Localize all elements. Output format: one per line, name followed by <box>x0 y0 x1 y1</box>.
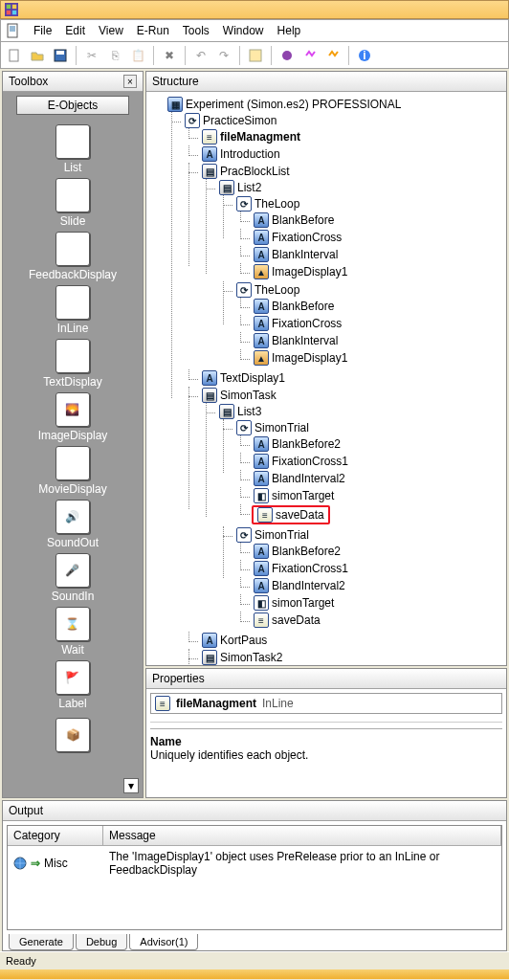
output-col-category[interactable]: Category <box>8 826 103 845</box>
menu-erun[interactable]: E-Run <box>131 22 175 39</box>
text-icon: A <box>254 471 269 486</box>
property-type: InLine <box>262 697 294 710</box>
tree-node: ▤List2 <box>217 180 263 195</box>
menu-tools[interactable]: Tools <box>177 22 215 39</box>
tool-soundout[interactable]: 🔊SoundOut <box>29 500 117 549</box>
output-panel: Output Category Message ⇒Misc The 'Image… <box>2 800 507 951</box>
tool-feedback[interactable]: ✔FeedbackDisplay <box>29 232 117 281</box>
tree-node: ◧simonTarget <box>252 488 336 503</box>
redo-button[interactable]: ↷ <box>214 46 233 65</box>
label-icon: 🚩 <box>55 660 90 695</box>
tree-node: AKortPaus <box>200 633 269 648</box>
save-button[interactable] <box>51 46 70 65</box>
script-button[interactable] <box>246 46 265 65</box>
list-icon: ▤ <box>219 404 234 419</box>
wait-icon: ⌛ <box>55 607 90 641</box>
text-icon: A <box>254 333 269 348</box>
scroll-down-button[interactable]: ▾ <box>123 778 139 793</box>
taskbar <box>0 969 509 979</box>
structure-tree[interactable]: ▦Experiment (Simon.es2) PROFESSIONAL ⟳Pr… <box>146 92 506 665</box>
svg-rect-4 <box>12 11 16 14</box>
eobjects-button[interactable]: E-Objects <box>16 96 130 115</box>
tool-text[interactable]: ABCTextDisplay <box>29 339 117 389</box>
movie-icon: 🎞 <box>55 446 90 480</box>
delete-button[interactable]: ✖ <box>160 46 179 65</box>
experiment-icon: ▦ <box>167 97 183 112</box>
tree-node: AFixationCross1 <box>252 454 350 469</box>
procedure-icon: ⟳ <box>236 420 252 435</box>
svg-rect-1 <box>7 5 11 9</box>
svg-rect-2 <box>12 5 16 9</box>
toolbox-panel: Toolbox × E-Objects ▤ListAᵇSlide✔Feedbac… <box>2 71 144 798</box>
inline-icon: ≡ <box>155 696 170 711</box>
soundout-icon: 🔊 <box>55 500 90 534</box>
tab-generate[interactable]: Generate <box>9 934 74 950</box>
inline-icon: ≡ <box>55 285 90 320</box>
tool-slide[interactable]: AᵇSlide <box>29 178 117 228</box>
tree-node: ▤SimonTask2 <box>200 650 284 665</box>
list-icon: ▤ <box>219 180 234 195</box>
tree-node: ⟳TheLoop <box>234 282 301 298</box>
run-button[interactable] <box>300 46 320 65</box>
tree-node: AFixationCross <box>252 316 343 331</box>
text-icon: A <box>254 212 269 228</box>
output-col-message[interactable]: Message <box>103 826 501 845</box>
paste-button[interactable]: 📋 <box>128 46 147 65</box>
image-icon: ▲ <box>254 264 269 279</box>
text-icon: A <box>254 436 269 452</box>
tree-node: ▲ImageDisplay1 <box>252 264 349 279</box>
open-button[interactable] <box>28 46 47 65</box>
procedure-icon: ⟳ <box>236 282 252 298</box>
output-header: Output <box>3 801 506 821</box>
generate-button[interactable] <box>277 46 297 65</box>
tool-list[interactable]: ▤List <box>29 124 117 174</box>
tab-debug[interactable]: Debug <box>76 934 127 950</box>
menu-edit[interactable]: Edit <box>59 22 91 39</box>
text-icon: A <box>202 370 217 386</box>
tree-node: ⟳SimonTrial <box>234 420 311 435</box>
tree-node: ABlankBefore2 <box>252 544 343 559</box>
output-row[interactable]: ⇒Misc The 'ImageDisplay1' object uses Pr… <box>8 846 501 880</box>
tool-package[interactable]: 📦 <box>55 718 90 754</box>
app-icon <box>5 3 18 16</box>
menu-help[interactable]: Help <box>272 22 307 39</box>
copy-button[interactable]: ⎘ <box>105 46 124 65</box>
text-icon: A <box>254 230 269 245</box>
slide-icon: ◧ <box>254 488 269 503</box>
new-button[interactable] <box>5 46 24 65</box>
tool-inline[interactable]: ≡InLine <box>29 285 117 335</box>
tree-node: ABlandInterval2 <box>252 578 347 593</box>
list-icon: ▤ <box>55 124 90 159</box>
menu-window[interactable]: Window <box>217 22 270 39</box>
toolbox-close[interactable]: × <box>123 75 137 88</box>
list-icon: ▤ <box>202 650 217 665</box>
tree-node: ◧simonTarget <box>252 595 336 611</box>
tab-advisor[interactable]: Advisor(1) <box>129 934 198 950</box>
menu-file[interactable]: File <box>28 22 57 39</box>
feedback-icon: ✔ <box>55 232 90 266</box>
info-button[interactable]: i <box>355 46 374 65</box>
text-icon: A <box>254 578 269 593</box>
structure-header: Structure <box>146 72 506 92</box>
slide-icon: Aᵇ <box>55 178 90 212</box>
tree-node: ABlankBefore2 <box>252 436 343 452</box>
cut-button[interactable]: ✂ <box>82 46 101 65</box>
property-name: fileManagment <box>176 697 256 710</box>
tree-node: ABlankBefore <box>252 299 336 314</box>
svg-point-13 <box>282 51 292 60</box>
property-object-row[interactable]: ≡ fileManagment InLine <box>150 693 502 714</box>
tool-label[interactable]: 🚩Label <box>29 660 117 710</box>
run2-button[interactable] <box>323 46 343 65</box>
menu-bar: File Edit View E-Run Tools Window Help <box>0 19 509 42</box>
properties-panel: Properties ≡ fileManagment InLine Name U… <box>145 668 507 798</box>
svg-rect-9 <box>10 50 18 61</box>
tool-wait[interactable]: ⌛Wait <box>29 607 117 657</box>
undo-button[interactable]: ↶ <box>191 46 210 65</box>
tool-movie[interactable]: 🎞MovieDisplay <box>29 446 117 496</box>
tree-root: ▦Experiment (Simon.es2) PROFESSIONAL <box>166 97 403 112</box>
tree-node: ⟳TheLoop <box>234 196 301 212</box>
tool-soundin[interactable]: 🎤SoundIn <box>29 553 117 603</box>
menu-view[interactable]: View <box>93 22 129 39</box>
tree-node: AFixationCross1 <box>252 561 350 576</box>
tool-image[interactable]: 🌄ImageDisplay <box>29 392 117 442</box>
